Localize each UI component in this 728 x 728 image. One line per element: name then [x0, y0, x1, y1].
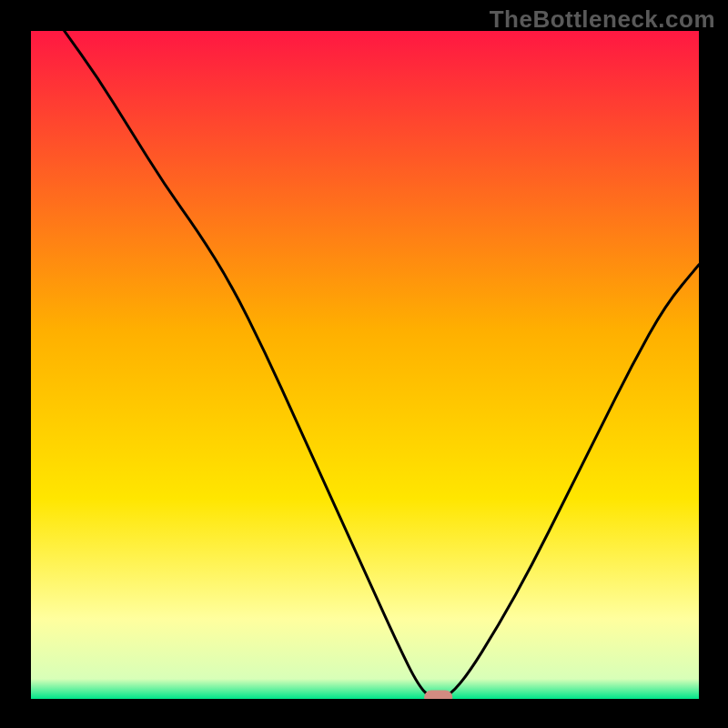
chart-frame: TheBottleneck.com [0, 0, 728, 728]
watermark-text: TheBottleneck.com [490, 5, 715, 34]
optimum-marker [425, 691, 452, 699]
bottleneck-chart [31, 31, 699, 699]
plot-area [31, 31, 699, 699]
